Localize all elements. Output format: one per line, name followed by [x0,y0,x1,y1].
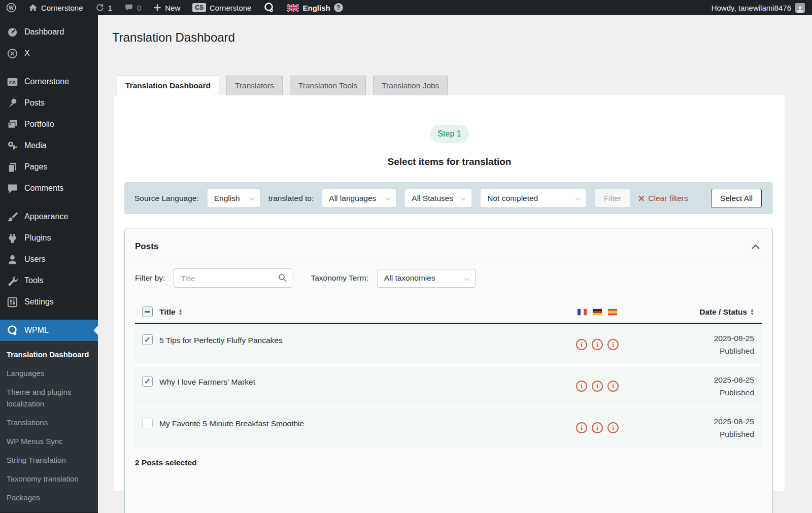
sidebar-item-appearance[interactable]: Appearance [0,206,98,227]
clear-filters-link[interactable]: Clear filters [638,194,688,203]
posts-filter-row: Filter by: Taxonomy Term: All taxonomies [125,262,772,294]
tab-translators[interactable]: Translators [226,76,283,95]
submenu-item-languages[interactable]: Languages [0,364,98,383]
post-date: 2025-08-25 [714,373,754,386]
submenu-item-translation-dashboard[interactable]: Translation Dashboard [0,345,98,364]
sidebar-item-x[interactable]: X [0,43,98,64]
sidebar-item-cornerstone[interactable]: CSCornerstone [0,71,98,92]
submenu-item-packages[interactable]: Packages [0,488,98,507]
filter-button[interactable]: Filter [595,189,630,208]
translation-status-icon[interactable]: i [607,339,619,350]
sidebar-item-wpml[interactable]: WPML [0,320,98,341]
translation-status-icon[interactable]: i [576,339,587,350]
post-date: 2025-08-25 [714,415,754,428]
post-status: Published [720,345,754,357]
submenu-item-translations[interactable]: Translations [0,413,98,432]
sort-date-icon[interactable]: ▲▼ [750,309,754,316]
sidebar-item-tools[interactable]: Tools [0,270,98,291]
sidebar-item-posts[interactable]: Posts [0,92,98,114]
clear-filters-label: Clear filters [648,194,688,203]
collapse-panel-button[interactable] [751,244,760,250]
sidebar-item-portfolio[interactable]: Portfolio [0,114,98,135]
update-icon [95,3,105,12]
translation-status-icon[interactable]: i [592,422,603,433]
tab-translation-jobs[interactable]: Translation Jobs [373,76,448,95]
close-icon [638,195,645,201]
home-icon [28,3,38,12]
sidebar-item-label: Cornerstone [24,77,69,86]
sidebar-item-label: Posts [24,98,45,108]
sidebar-item-users[interactable]: Users [0,249,98,270]
wpml-icon [7,325,18,336]
translation-dashboard-panel: Step 1 Select items for translation Sour… [114,95,785,491]
dashboard-icon [7,26,18,38]
language-switcher[interactable]: English ? [281,0,349,15]
target-languages-select[interactable]: All languages [322,189,396,208]
wordpress-logo-icon[interactable]: W [0,0,22,15]
translation-status-icon[interactable]: i [576,381,587,392]
site-home-link[interactable]: Cornerstone [22,0,89,15]
status-select[interactable]: All Statuses [404,189,472,208]
posts-table: Title ▲▼ Date / Status ▲▼ ✓5 Tips for Pe… [135,301,762,449]
media-icon [7,140,18,152]
sidebar-item-media[interactable]: Media [0,135,98,156]
translation-status-icon[interactable]: i [592,339,603,350]
source-language-value: English [214,194,240,203]
sidebar-item-settings[interactable]: Settings [0,291,98,313]
post-title: Why I love Farmers' Market [159,366,559,406]
translation-status-icon[interactable]: i [607,381,619,392]
wpml-toolbar-icon[interactable] [257,0,281,15]
title-filter-input[interactable] [174,268,292,288]
tab-translation-tools[interactable]: Translation Tools [290,76,366,95]
cornerstone-label: Cornerstone [210,4,252,12]
cornerstone-badge-icon: CS [192,3,206,12]
select-all-checkbox[interactable] [142,306,153,317]
submenu-item-wp-menus-sync[interactable]: WP Menus Sync [0,432,98,451]
sidebar: DashboardXCSCornerstonePostsPortfolioMed… [0,15,98,513]
completion-select[interactable]: Not completed [480,189,587,208]
select-all-button[interactable]: Select All [711,189,762,208]
help-icon[interactable]: ? [334,3,343,12]
updates-indicator[interactable]: 1 [89,0,118,15]
tab-bar: Translation DashboardTranslatorsTranslat… [117,76,812,95]
sidebar-item-pages[interactable]: Pages [0,156,98,178]
tab-translation-dashboard[interactable]: Translation Dashboard [117,76,219,95]
sidebar-item-comments[interactable]: Comments [0,178,98,199]
sidebar-item-label: Appearance [24,212,68,221]
admin-bar: W Cornerstone 1 0 New CS Cornerstone Eng… [0,0,812,15]
sidebar-item-dashboard[interactable]: Dashboard [0,21,98,43]
step-heading: Select items for translation [114,156,785,167]
plus-icon [153,4,161,12]
cornerstone-toolbar-item[interactable]: CS Cornerstone [186,0,257,15]
submenu-item-string-translation[interactable]: String Translation [0,451,98,469]
sidebar-item-plugins[interactable]: Plugins [0,227,98,249]
avatar[interactable] [795,3,805,13]
taxonomy-term-label: Taxonomy Term: [311,273,368,283]
translation-status-icon[interactable]: i [576,422,587,433]
new-content-button[interactable]: New [147,0,186,15]
sort-title-icon[interactable]: ▲▼ [179,309,183,316]
post-date: 2025-08-25 [714,332,754,345]
table-row: ✓5 Tips for Perfectly Fluffy Pancakesiii… [135,324,762,366]
howdy-text[interactable]: Howdy, tanewilami8476 [712,4,791,12]
date-column-header: Date / Status [699,307,747,317]
translation-status-icon[interactable]: i [592,381,603,392]
row-checkbox[interactable] [142,418,153,428]
x-circle-icon [7,48,18,59]
flag-fr-icon [578,309,587,315]
appearance-icon [7,211,18,223]
filter-by-label: Filter by: [135,273,165,283]
comment-bubble-icon [124,3,133,12]
flag-de-icon [593,309,602,315]
source-language-select[interactable]: English [207,189,260,208]
row-checkbox[interactable]: ✓ [142,376,153,387]
submenu-item-taxonomy-translation[interactable]: Taxonomy translation [0,469,98,488]
portfolio-icon [7,119,18,130]
comments-indicator[interactable]: 0 [118,0,147,15]
row-checkbox[interactable]: ✓ [142,334,153,345]
plugin-icon [7,232,18,244]
submenu-item-theme-and-plugins-localization[interactable]: Theme and plugins localization [0,383,98,413]
sidebar-item-label: Portfolio [24,120,54,129]
translation-status-icon[interactable]: i [607,422,619,433]
taxonomy-select[interactable]: All taxonomies [377,269,476,288]
